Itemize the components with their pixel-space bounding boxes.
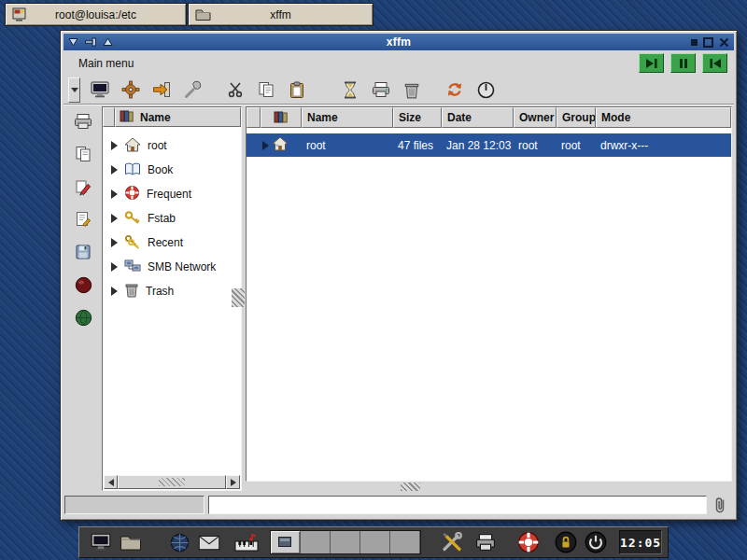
tree-item-root[interactable]: root [103, 133, 241, 158]
tree-header-name[interactable]: Name [115, 107, 241, 127]
workspace-2[interactable] [301, 531, 331, 553]
column-size[interactable]: Size [393, 107, 442, 128]
toolbar-dropdown-icon[interactable] [68, 77, 80, 103]
close-icon[interactable] [719, 37, 729, 48]
terminal-icon[interactable] [86, 77, 114, 103]
tree-rows: root Book Frequent Fstab [103, 127, 241, 303]
network-icon [124, 259, 141, 276]
workspace-1[interactable] [271, 531, 301, 553]
copy-icon[interactable] [252, 77, 280, 103]
menu-down-icon[interactable] [68, 37, 78, 47]
lock-icon[interactable] [554, 529, 578, 555]
tree-item-book[interactable]: Book [103, 158, 241, 182]
column-mode[interactable]: Mode [596, 107, 731, 128]
tree-header-spacer[interactable] [103, 107, 115, 127]
cell-group: root [557, 139, 596, 152]
terminal-icon[interactable] [89, 529, 113, 555]
scroll-left-icon[interactable] [104, 475, 118, 489]
home-icon [272, 136, 289, 154]
scroll-right-icon[interactable] [226, 475, 240, 489]
expander-icon[interactable] [111, 238, 118, 247]
key-icon [124, 210, 141, 227]
globe-icon[interactable] [167, 529, 191, 555]
expander-icon[interactable] [111, 165, 118, 175]
cell-mode: drwxr-x--- [596, 139, 731, 152]
tree-item-smb-network[interactable]: SMB Network [103, 255, 241, 279]
tree-item-fstab[interactable]: Fstab [103, 206, 241, 231]
keyboard-icon[interactable] [234, 529, 259, 555]
power-icon[interactable] [472, 77, 500, 103]
printer-icon[interactable] [72, 111, 94, 132]
printer-icon[interactable] [367, 77, 395, 103]
tree-item-trash[interactable]: Trash [103, 279, 241, 303]
command-entry[interactable] [208, 496, 707, 514]
stick-icon[interactable] [85, 37, 96, 47]
paste-icon[interactable] [283, 77, 311, 103]
menubar: Main menu [63, 50, 734, 76]
save-icon[interactable] [72, 242, 94, 262]
tree-pane: Name root Book Frequent [102, 106, 242, 491]
red-globe-icon[interactable] [72, 274, 94, 295]
expander-icon[interactable] [111, 262, 118, 272]
column-date[interactable]: Date [442, 107, 514, 128]
pane-divider-grip[interactable] [232, 288, 245, 307]
column-group[interactable]: Group [557, 107, 596, 128]
column-spacer[interactable] [247, 107, 261, 128]
power-icon[interactable] [584, 529, 608, 555]
book-icon [124, 161, 141, 179]
expander-icon[interactable] [111, 214, 118, 223]
go-arrow-icon[interactable] [148, 77, 176, 103]
skip-back-button[interactable] [702, 53, 727, 73]
refresh-icon[interactable] [441, 77, 469, 103]
workspace-5[interactable] [390, 531, 420, 553]
paperclip-icon[interactable] [711, 495, 729, 515]
printer-icon[interactable] [473, 529, 498, 555]
column-owner[interactable]: Owner [514, 107, 557, 128]
desktop: root@louisa:/etc xffm xffm Main menu [0, 0, 747, 560]
bottom-pane-grip[interactable] [401, 483, 420, 491]
maximize-icon[interactable] [703, 37, 713, 48]
tools-icon[interactable] [440, 529, 464, 555]
wrench-icon[interactable] [178, 77, 206, 103]
gear-icon[interactable] [117, 77, 145, 103]
pause-button[interactable] [670, 53, 696, 73]
taskbar-button-terminal[interactable]: root@louisa:/etc [5, 3, 187, 26]
files-header: Name Size Date Owner Group Mode [247, 107, 731, 128]
minimize-icon[interactable] [691, 39, 698, 46]
green-globe-icon[interactable] [72, 307, 94, 328]
hourglass-icon[interactable] [336, 77, 364, 103]
panel-clock: 12:05 [619, 530, 662, 554]
workspace-4[interactable] [360, 531, 390, 553]
trash-icon[interactable] [398, 77, 426, 103]
shade-icon[interactable] [103, 37, 113, 47]
edit-note-icon[interactable] [72, 209, 94, 230]
lifebuoy-icon[interactable] [516, 529, 541, 555]
column-icon[interactable] [261, 107, 302, 128]
scrollbar-thumb[interactable] [118, 475, 226, 489]
workspace-3[interactable] [331, 531, 360, 553]
pen-icon[interactable] [72, 176, 94, 197]
copy-pages-icon[interactable] [72, 144, 94, 164]
column-name[interactable]: Name [302, 107, 393, 128]
scissors-icon[interactable] [221, 77, 249, 103]
titlebar[interactable]: xffm [63, 34, 734, 50]
keys-icon [124, 234, 141, 252]
folder-icon[interactable] [119, 529, 143, 555]
books-icon [274, 110, 289, 126]
folder-icon [195, 7, 211, 24]
tree-item-frequent[interactable]: Frequent [103, 182, 241, 206]
tree-item-label: Book [148, 163, 173, 176]
expander-icon[interactable] [262, 141, 269, 150]
tree-item-label: Fstab [148, 212, 176, 225]
tree-horizontal-scrollbar[interactable] [104, 475, 240, 489]
expander-icon[interactable] [111, 189, 118, 199]
mail-icon[interactable] [197, 529, 221, 555]
tree-item-recent[interactable]: Recent [103, 231, 241, 255]
tree-item-label: Frequent [147, 188, 191, 201]
taskbar-button-xffm[interactable]: xffm [188, 3, 374, 26]
expander-icon[interactable] [111, 287, 118, 296]
expander-icon[interactable] [111, 141, 118, 150]
skip-forward-button[interactable] [639, 53, 664, 73]
main-menu[interactable]: Main menu [75, 55, 137, 72]
file-row-root-selected[interactable]: root 47 files Jan 28 12:03 root root drw… [247, 133, 731, 157]
